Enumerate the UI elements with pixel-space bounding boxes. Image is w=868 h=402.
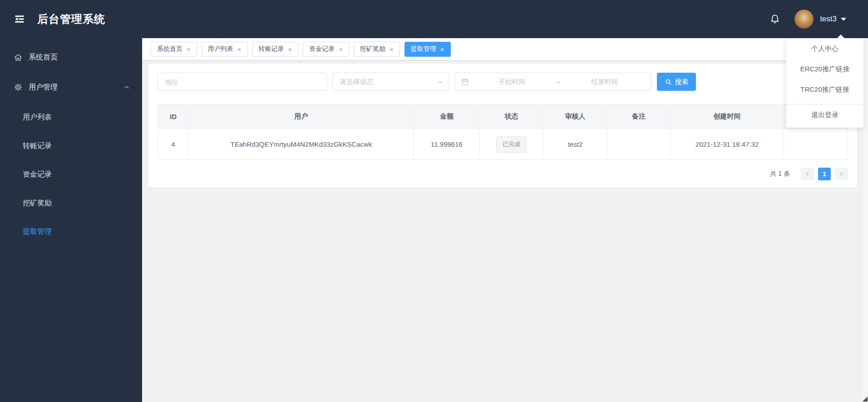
menu-item-erc20-link[interactable]: ERC20推广链接 bbox=[786, 59, 863, 79]
header-right: test3 bbox=[769, 10, 846, 29]
cell-status: 已完成 bbox=[480, 129, 543, 160]
tab-label: 系统首页 bbox=[157, 45, 182, 53]
col-reviewer: 审核人 bbox=[543, 104, 607, 129]
cell-remark bbox=[607, 129, 671, 160]
tab-withdraw-management[interactable]: 提取管理 × bbox=[404, 42, 451, 57]
home-icon bbox=[14, 53, 23, 62]
col-id: ID bbox=[158, 104, 189, 129]
tab-home[interactable]: 系统首页 × bbox=[151, 42, 197, 57]
chevron-left-icon bbox=[804, 171, 811, 177]
pagination: 共 1 条 1 bbox=[158, 168, 848, 180]
col-amount: 金额 bbox=[414, 104, 480, 129]
tab-fund-records[interactable]: 资金记录 × bbox=[303, 42, 349, 57]
status-select-placeholder: 请选择状态 bbox=[340, 78, 437, 86]
filter-bar: 请选择状态 开始时间 - 结束时间 bbox=[158, 73, 848, 91]
sidebar-item-fund-records[interactable]: 资金记录 bbox=[0, 164, 142, 184]
cell-reviewer: test2 bbox=[543, 129, 607, 160]
tab-mining-rewards[interactable]: 挖矿奖励 × bbox=[354, 42, 400, 57]
status-select[interactable]: 请选择状态 bbox=[332, 73, 449, 91]
gear-icon bbox=[14, 83, 23, 92]
sidebar-subitem-label: 资金记录 bbox=[23, 170, 52, 179]
search-button[interactable]: 搜索 bbox=[657, 73, 696, 91]
sidebar: 系统首页 用户管理 用户列表 转账记录 bbox=[0, 38, 142, 402]
tab-close-icon[interactable]: × bbox=[288, 46, 292, 53]
tab-label: 资金记录 bbox=[309, 45, 335, 53]
cell-extra bbox=[784, 129, 848, 160]
cell-user: TEahRd3QEYmrtyuM4N2MKd33zGkKSCacwk bbox=[189, 129, 414, 160]
calendar-icon bbox=[461, 78, 469, 86]
sidebar-item-withdraw-management[interactable]: 提取管理 bbox=[0, 222, 142, 242]
start-date-placeholder[interactable]: 开始时间 bbox=[471, 78, 553, 86]
date-range-separator: - bbox=[553, 78, 564, 86]
col-created: 创建时间 bbox=[671, 104, 784, 129]
search-button-label: 搜索 bbox=[675, 78, 689, 86]
menu-item-trc20-link[interactable]: TRC20推广链接 bbox=[786, 79, 863, 99]
col-remark: 备注 bbox=[607, 104, 671, 129]
cell-created: 2021-12-31 18:47:32 bbox=[671, 129, 784, 160]
table-row: 4 TEahRd3QEYmrtyuM4N2MKd33zGkKSCacwk 11.… bbox=[158, 129, 848, 160]
cell-amount: 11.999616 bbox=[414, 129, 480, 160]
tab-label: 用户列表 bbox=[208, 45, 233, 53]
withdraw-table: ID 用户 金额 状态 审核人 备注 创建时间 4 TEahRd3QEYmrty… bbox=[158, 104, 848, 160]
tab-label: 转账记录 bbox=[259, 45, 284, 53]
sidebar-item-label: 系统首页 bbox=[29, 53, 58, 62]
sidebar-item-user-list[interactable]: 用户列表 bbox=[0, 107, 142, 127]
tab-label: 提取管理 bbox=[411, 45, 436, 53]
status-badge: 已完成 bbox=[496, 136, 527, 153]
tab-label: 挖矿奖励 bbox=[360, 45, 385, 53]
chevron-right-icon bbox=[838, 171, 844, 177]
tab-close-icon[interactable]: × bbox=[390, 46, 394, 53]
col-status: 状态 bbox=[480, 104, 543, 129]
end-date-placeholder[interactable]: 结束时间 bbox=[564, 78, 646, 86]
chevron-down-icon bbox=[437, 79, 444, 85]
tab-bar: 系统首页 × 用户列表 × 转账记录 × 资金记录 × 挖矿奖励 × 提取管理 … bbox=[142, 38, 868, 60]
sidebar-subitem-label: 提取管理 bbox=[23, 227, 52, 237]
tab-close-icon[interactable]: × bbox=[237, 46, 242, 53]
app-header: 后台管理系统 test3 bbox=[0, 0, 868, 38]
notification-bell-icon[interactable] bbox=[769, 13, 781, 25]
user-caret-down-icon[interactable] bbox=[841, 18, 846, 21]
address-input[interactable] bbox=[158, 73, 327, 91]
sidebar-item-user-management[interactable]: 用户管理 bbox=[0, 77, 142, 97]
tab-close-icon[interactable]: × bbox=[339, 46, 343, 53]
sidebar-subitem-label: 转账记录 bbox=[23, 141, 52, 151]
table-header-row: ID 用户 金额 状态 审核人 备注 创建时间 bbox=[158, 104, 848, 129]
date-range-picker[interactable]: 开始时间 - 结束时间 bbox=[455, 73, 651, 91]
sidebar-subitem-label: 用户列表 bbox=[23, 113, 52, 122]
sidebar-subitem-label: 挖矿奖励 bbox=[23, 199, 52, 208]
search-icon bbox=[665, 78, 672, 86]
pagination-total: 共 1 条 bbox=[770, 170, 790, 178]
menu-item-profile[interactable]: 个人中心 bbox=[786, 38, 863, 59]
menu-item-logout[interactable]: 退出登录 bbox=[786, 104, 863, 125]
col-user: 用户 bbox=[189, 104, 414, 129]
sidebar-item-mining-rewards[interactable]: 挖矿奖励 bbox=[0, 193, 142, 213]
tab-close-icon[interactable]: × bbox=[440, 46, 444, 53]
app-title: 后台管理系统 bbox=[37, 12, 105, 26]
tab-user-list[interactable]: 用户列表 × bbox=[202, 42, 248, 57]
sidebar-item-label: 用户管理 bbox=[29, 83, 58, 92]
tab-close-icon[interactable]: × bbox=[187, 46, 191, 53]
scroll-corner-icon bbox=[863, 397, 868, 402]
next-page-button[interactable] bbox=[834, 168, 848, 180]
sidebar-item-transfer-records[interactable]: 转账记录 bbox=[0, 136, 142, 156]
chevron-up-icon bbox=[123, 84, 130, 91]
tab-transfer-records[interactable]: 转账记录 × bbox=[252, 42, 299, 57]
sidebar-collapse-icon[interactable] bbox=[14, 13, 25, 25]
avatar[interactable] bbox=[794, 10, 814, 29]
content-card: 请选择状态 开始时间 - 结束时间 bbox=[148, 64, 857, 187]
prev-page-button[interactable] bbox=[801, 168, 814, 180]
page-number-button[interactable]: 1 bbox=[818, 168, 831, 180]
sidebar-item-home[interactable]: 系统首页 bbox=[0, 47, 142, 67]
cell-id: 4 bbox=[158, 129, 189, 160]
username[interactable]: test3 bbox=[820, 15, 837, 24]
user-dropdown-menu: 个人中心 ERC20推广链接 TRC20推广链接 退出登录 bbox=[786, 38, 863, 128]
